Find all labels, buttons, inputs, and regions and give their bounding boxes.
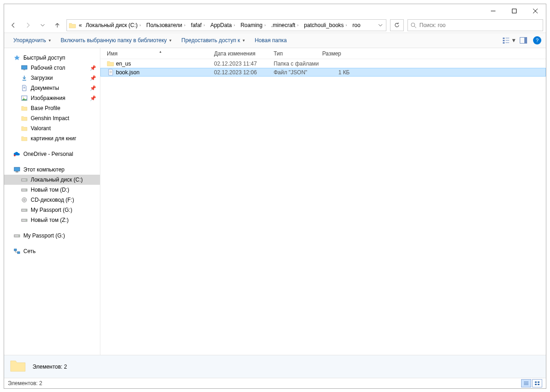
help-button[interactable]: ? bbox=[533, 36, 541, 44]
column-type[interactable]: Тип bbox=[274, 50, 322, 57]
nav-drive-g[interactable]: My Passport (G:) bbox=[4, 205, 100, 215]
column-date[interactable]: Дата изменения bbox=[214, 50, 274, 57]
icons-view-button[interactable] bbox=[532, 379, 542, 387]
svg-rect-8 bbox=[503, 42, 505, 44]
network-icon bbox=[13, 248, 21, 255]
nav-desktop[interactable]: Рабочий стол📌 bbox=[4, 63, 100, 73]
recent-dropdown[interactable] bbox=[36, 19, 49, 32]
folder-icon bbox=[68, 21, 77, 30]
minimize-button[interactable] bbox=[483, 4, 504, 18]
preview-pane-button[interactable] bbox=[517, 34, 530, 47]
navigation-pane: Быстрый доступ Рабочий стол📌 Загрузки📌 Д… bbox=[4, 48, 100, 355]
nav-drive-z[interactable]: Новый том (Z:) bbox=[4, 215, 100, 225]
details-view-button[interactable] bbox=[521, 379, 531, 387]
nav-folder[interactable]: Valorant bbox=[4, 123, 100, 133]
file-icon bbox=[107, 69, 114, 76]
svg-rect-22 bbox=[14, 167, 20, 171]
svg-line-5 bbox=[414, 26, 416, 28]
back-button[interactable] bbox=[7, 19, 20, 32]
nav-folder[interactable]: Base Profile bbox=[4, 103, 100, 113]
file-row[interactable]: en_us 02.12.2023 11:47 Папка с файлами bbox=[100, 59, 546, 68]
picture-icon bbox=[21, 94, 28, 102]
view-options-button[interactable]: ▼ bbox=[503, 34, 517, 47]
breadcrumb-item[interactable]: Пользователи› bbox=[144, 20, 189, 31]
titlebar bbox=[4, 4, 546, 18]
command-bar: Упорядочить▼ Включить выбранную папку в … bbox=[4, 33, 546, 48]
svg-rect-6 bbox=[503, 38, 505, 39]
breadcrumb-overflow[interactable]: « bbox=[77, 20, 84, 31]
svg-rect-1 bbox=[512, 9, 517, 13]
status-bar: Элементов: 2 bbox=[4, 378, 546, 388]
pin-icon: 📌 bbox=[90, 85, 96, 91]
breadcrumb-path[interactable]: « Локальный диск (C:)› Пользователи› faf… bbox=[66, 19, 386, 31]
breadcrumb-item[interactable]: Roaming› bbox=[239, 20, 270, 31]
file-list: ▴Имя Дата изменения Тип Размер en_us 02.… bbox=[100, 48, 546, 355]
drive-icon bbox=[21, 186, 28, 193]
nav-thispc[interactable]: Этот компьютер bbox=[4, 165, 100, 175]
nav-drive-f[interactable]: CD-дисковод (F:) bbox=[4, 195, 100, 205]
folder-icon bbox=[21, 125, 28, 132]
maximize-button[interactable] bbox=[504, 4, 525, 18]
pin-icon: 📌 bbox=[90, 65, 96, 71]
pin-icon: 📌 bbox=[90, 75, 96, 81]
breadcrumb-item[interactable]: patchouli_books› bbox=[302, 20, 351, 31]
address-bar: « Локальный диск (C:)› Пользователи› faf… bbox=[4, 18, 546, 33]
nav-onedrive[interactable]: OneDrive - Personal bbox=[4, 149, 100, 159]
svg-rect-46 bbox=[535, 384, 537, 385]
column-size[interactable]: Размер bbox=[322, 50, 352, 57]
folder-icon bbox=[21, 135, 28, 142]
nav-extdrive[interactable]: My Passport (G:) bbox=[4, 231, 100, 241]
path-dropdown[interactable] bbox=[376, 20, 385, 31]
nav-folder[interactable]: картинки для книг bbox=[4, 133, 100, 144]
organize-button[interactable]: Упорядочить▼ bbox=[9, 34, 56, 47]
up-button[interactable] bbox=[51, 19, 64, 32]
close-button[interactable] bbox=[525, 4, 546, 18]
star-icon bbox=[13, 54, 21, 61]
document-icon bbox=[21, 84, 28, 92]
nav-folder[interactable]: Genshin Impact bbox=[4, 113, 100, 123]
svg-point-25 bbox=[26, 180, 26, 180]
folder-icon bbox=[21, 115, 28, 122]
details-pane: Элементов: 2 bbox=[4, 355, 546, 378]
column-headers: ▴Имя Дата изменения Тип Размер bbox=[100, 48, 546, 59]
breadcrumb-item[interactable]: Локальный диск (C:)› bbox=[84, 20, 145, 31]
svg-rect-45 bbox=[538, 381, 539, 383]
refresh-button[interactable] bbox=[390, 19, 404, 31]
share-button[interactable]: Предоставить доступ к▼ bbox=[177, 34, 250, 47]
column-name[interactable]: ▴Имя bbox=[107, 50, 214, 57]
svg-rect-23 bbox=[16, 171, 18, 172]
breadcrumb-item[interactable]: fafaf› bbox=[189, 20, 209, 31]
breadcrumb-item[interactable]: AppData› bbox=[209, 20, 239, 31]
nav-drive-c[interactable]: Локальный диск (C:) bbox=[4, 175, 100, 185]
nav-documents[interactable]: Документы📌 bbox=[4, 83, 100, 93]
include-library-button[interactable]: Включить выбранную папку в библиотеку▼ bbox=[56, 34, 176, 47]
pin-icon: 📌 bbox=[90, 95, 96, 101]
breadcrumb-item[interactable]: roo bbox=[351, 20, 362, 31]
sort-up-icon: ▴ bbox=[160, 50, 161, 54]
nav-network[interactable]: Сеть bbox=[4, 246, 100, 256]
svg-rect-36 bbox=[14, 249, 16, 251]
search-input[interactable]: Поиск: roo bbox=[407, 19, 543, 31]
svg-point-29 bbox=[24, 199, 25, 201]
nav-drive-d[interactable]: Новый том (D:) bbox=[4, 185, 100, 195]
svg-rect-47 bbox=[538, 384, 539, 385]
cloud-icon bbox=[13, 150, 21, 158]
desktop-icon bbox=[21, 64, 28, 72]
status-count: Элементов: 2 bbox=[8, 380, 42, 386]
pc-icon bbox=[13, 166, 21, 173]
nav-downloads[interactable]: Загрузки📌 bbox=[4, 73, 100, 83]
svg-point-35 bbox=[18, 236, 19, 236]
nav-pictures[interactable]: Изображения📌 bbox=[4, 93, 100, 103]
svg-rect-37 bbox=[17, 252, 20, 254]
svg-point-21 bbox=[14, 155, 16, 156]
svg-point-4 bbox=[411, 23, 415, 27]
forward-button[interactable] bbox=[22, 19, 34, 32]
item-count: Элементов: 2 bbox=[33, 364, 67, 370]
new-folder-button[interactable]: Новая папка bbox=[250, 34, 292, 47]
file-row[interactable]: book.json 02.12.2023 12:06 Файл "JSON" 1… bbox=[100, 68, 546, 77]
svg-point-20 bbox=[23, 97, 24, 98]
quick-access[interactable]: Быстрый доступ bbox=[4, 53, 100, 63]
folder-icon bbox=[107, 60, 114, 67]
breadcrumb-item[interactable]: .minecraft› bbox=[270, 20, 302, 31]
svg-rect-14 bbox=[22, 66, 27, 69]
